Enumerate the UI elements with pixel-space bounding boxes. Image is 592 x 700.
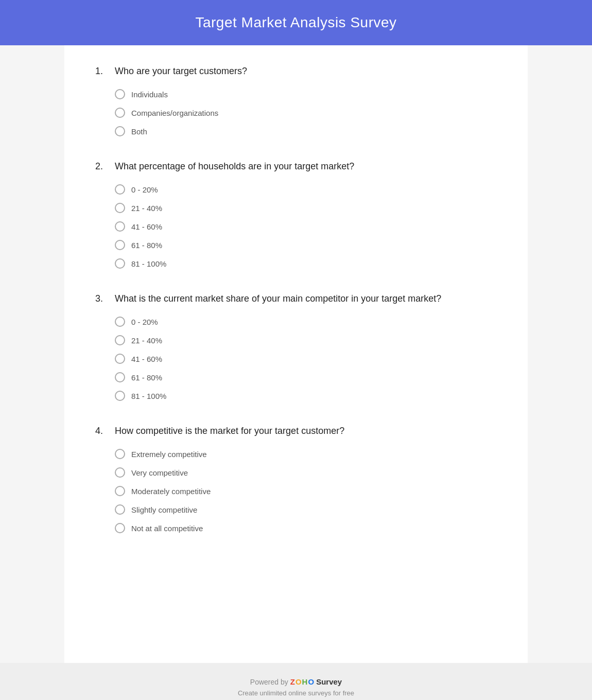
list-item[interactable]: Moderately competitive (115, 486, 497, 496)
radio-button[interactable] (115, 221, 125, 232)
list-item[interactable]: 61 - 80% (115, 240, 497, 250)
question-4-title: 4. How competitive is the market for you… (95, 426, 497, 436)
list-item[interactable]: Slightly competitive (115, 504, 497, 515)
question-2-title: 2. What percentage of households are in … (95, 161, 497, 172)
zoho-o2: O (308, 677, 314, 686)
zoho-logo: ZOHO (290, 677, 314, 686)
option-label: Slightly competitive (131, 505, 197, 514)
option-label: 21 - 40% (131, 204, 162, 213)
option-label: Companies/organizations (131, 109, 218, 117)
option-label: 81 - 100% (131, 259, 166, 268)
radio-button[interactable] (115, 335, 125, 345)
list-item[interactable]: Individuals (115, 89, 497, 99)
list-item[interactable]: Companies/organizations (115, 108, 497, 118)
question-1-title: 1. Who are your target customers? (95, 66, 497, 77)
radio-button[interactable] (115, 258, 125, 269)
option-label: 0 - 20% (131, 185, 158, 194)
option-label: Very competitive (131, 468, 188, 477)
question-4: 4. How competitive is the market for you… (95, 426, 497, 533)
option-label: Extremely competitive (131, 450, 207, 459)
list-item[interactable]: 41 - 60% (115, 354, 497, 364)
survey-label: Survey (316, 677, 342, 686)
option-label: Both (131, 127, 147, 136)
list-item[interactable]: 81 - 100% (115, 391, 497, 401)
question-3-number: 3. (95, 293, 111, 304)
list-item[interactable]: 0 - 20% (115, 184, 497, 195)
zoho-h: H (302, 677, 308, 686)
list-item[interactable]: Both (115, 126, 497, 136)
option-label: Individuals (131, 90, 168, 99)
question-1-options: Individuals Companies/organizations Both (115, 89, 497, 136)
radio-button[interactable] (115, 203, 125, 213)
question-3-options: 0 - 20% 21 - 40% 41 - 60% 61 - 80% 81 - … (115, 317, 497, 401)
question-2-options: 0 - 20% 21 - 40% 41 - 60% 61 - 80% 81 - … (115, 184, 497, 269)
list-item[interactable]: Not at all competitive (115, 523, 497, 533)
question-4-options: Extremely competitive Very competitive M… (115, 449, 497, 533)
question-1-text: Who are your target customers? (115, 66, 247, 77)
list-item[interactable]: 81 - 100% (115, 258, 497, 269)
list-item[interactable]: 21 - 40% (115, 203, 497, 213)
footer-powered-by: Powered by ZOHO Survey (10, 677, 582, 686)
page-title: Target Market Analysis Survey (10, 14, 582, 31)
question-2-number: 2. (95, 161, 111, 172)
radio-button[interactable] (115, 504, 125, 515)
radio-button[interactable] (115, 126, 125, 136)
page-header: Target Market Analysis Survey (0, 0, 592, 45)
radio-button[interactable] (115, 372, 125, 382)
question-3: 3. What is the current market share of y… (95, 293, 497, 401)
main-content: 1. Who are your target customers? Indivi… (64, 45, 528, 663)
list-item[interactable]: 21 - 40% (115, 335, 497, 345)
question-2: 2. What percentage of households are in … (95, 161, 497, 269)
option-label: 61 - 80% (131, 373, 162, 382)
zoho-z: Z (290, 677, 295, 686)
zoho-o1: O (295, 677, 302, 686)
question-1: 1. Who are your target customers? Indivi… (95, 66, 497, 136)
radio-button[interactable] (115, 449, 125, 459)
radio-button[interactable] (115, 467, 125, 478)
radio-button[interactable] (115, 89, 125, 99)
radio-button[interactable] (115, 240, 125, 250)
option-label: 81 - 100% (131, 392, 166, 400)
option-label: 61 - 80% (131, 241, 162, 250)
radio-button[interactable] (115, 523, 125, 533)
radio-button[interactable] (115, 354, 125, 364)
list-item[interactable]: 61 - 80% (115, 372, 497, 382)
option-label: 21 - 40% (131, 336, 162, 345)
option-label: 41 - 60% (131, 355, 162, 363)
option-label: Not at all competitive (131, 524, 203, 533)
list-item[interactable]: 0 - 20% (115, 317, 497, 327)
question-1-number: 1. (95, 66, 111, 77)
radio-button[interactable] (115, 108, 125, 118)
list-item[interactable]: 41 - 60% (115, 221, 497, 232)
option-label: 0 - 20% (131, 318, 158, 326)
radio-button[interactable] (115, 391, 125, 401)
radio-button[interactable] (115, 184, 125, 195)
list-item[interactable]: Very competitive (115, 467, 497, 478)
page-footer: Powered by ZOHO Survey Create unlimited … (0, 663, 592, 700)
list-item[interactable]: Extremely competitive (115, 449, 497, 459)
option-label: 41 - 60% (131, 222, 162, 231)
question-2-text: What percentage of households are in you… (115, 161, 354, 172)
question-3-text: What is the current market share of your… (115, 293, 441, 304)
powered-by-text: Powered by (250, 678, 288, 686)
footer-sub-text: Create unlimited online surveys for free (10, 689, 582, 697)
radio-button[interactable] (115, 317, 125, 327)
question-4-number: 4. (95, 426, 111, 436)
radio-button[interactable] (115, 486, 125, 496)
question-3-title: 3. What is the current market share of y… (95, 293, 497, 304)
question-4-text: How competitive is the market for your t… (115, 426, 344, 436)
option-label: Moderately competitive (131, 487, 211, 496)
